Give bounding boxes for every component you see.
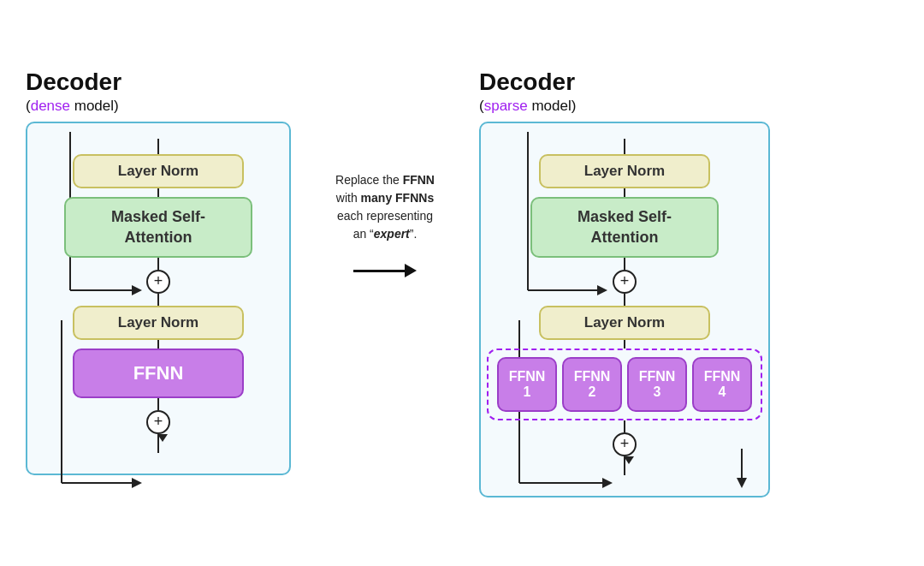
- right-blocks-col: Layer Norm Masked Self- Attention + Laye…: [496, 139, 753, 475]
- vline-1: [157, 188, 159, 197]
- vline-5: [157, 398, 159, 410]
- vline-2: [157, 258, 159, 270]
- arrow-head: [405, 264, 417, 277]
- top-vline: [157, 139, 159, 154]
- right-top-vline: [624, 139, 625, 154]
- right-layer-norm-1: Layer Norm: [539, 154, 710, 188]
- vline-3: [157, 294, 159, 306]
- left-blocks-col: Layer Norm Masked Self- Attention + Laye…: [43, 139, 274, 453]
- right-layer-norm-2: Layer Norm: [539, 306, 710, 340]
- left-plus-1: +: [146, 270, 170, 294]
- left-decoder-panel: Decoder (dense model) La: [26, 69, 291, 475]
- left-masked-attn: Masked Self- Attention: [64, 197, 252, 258]
- svg-marker-5: [132, 478, 142, 488]
- svg-marker-11: [602, 478, 613, 488]
- sparse-label: sparse: [484, 98, 528, 114]
- annotation-expert: expert: [374, 227, 410, 241]
- right-ffnn-1: FFNN 1: [497, 357, 557, 412]
- vline-4: [157, 340, 159, 349]
- left-decoder-box: Layer Norm Masked Self- Attention + Laye…: [26, 122, 291, 475]
- annotation-many-ffnns: many FFNNs: [361, 191, 435, 205]
- right-vline-4: [624, 340, 625, 349]
- right-vline-1: [624, 188, 625, 197]
- right-ffnn-2: FFNN 2: [562, 357, 622, 412]
- right-vline-2: [624, 258, 625, 270]
- ffnn-group: FFNN 1 FFNN 2 FFNN 3 FFNN 4: [487, 349, 762, 420]
- left-ffnn: FFNN: [73, 349, 244, 398]
- left-decoder-subtitle: (dense model): [26, 98, 119, 115]
- right-vline-3: [624, 294, 625, 306]
- right-vline-5: [624, 420, 625, 432]
- main-container: Decoder (dense model) La: [0, 51, 924, 515]
- right-ffnn-3: FFNN 3: [627, 357, 687, 412]
- right-plus-2: +: [613, 432, 637, 456]
- right-decoder-box: Layer Norm Masked Self- Attention + Laye…: [479, 122, 770, 497]
- middle-annotation: Replace the FFNN with many FFNNs each re…: [308, 69, 462, 277]
- right-decoder-subtitle: (sparse model): [479, 98, 576, 115]
- bottom-arrow-right: [624, 456, 625, 475]
- left-layer-norm-2: Layer Norm: [73, 306, 244, 340]
- bottom-arrow-left: [157, 434, 159, 453]
- right-masked-attn: Masked Self- Attention: [530, 197, 719, 258]
- annotation-text: Replace the FFNN with many FFNNs each re…: [335, 171, 435, 243]
- left-plus-2: +: [146, 410, 170, 434]
- big-arrow: [353, 264, 417, 277]
- left-decoder-title: Decoder: [26, 69, 121, 96]
- right-ffnn-4: FFNN 4: [692, 357, 752, 412]
- right-decoder-title: Decoder: [479, 69, 575, 96]
- right-plus-1: +: [613, 270, 637, 294]
- left-layer-norm-1: Layer Norm: [73, 154, 244, 188]
- svg-marker-13: [737, 478, 747, 488]
- right-decoder-panel: Decoder (sparse model): [479, 69, 770, 497]
- arrow-line: [353, 270, 405, 272]
- dense-label: dense: [31, 98, 70, 114]
